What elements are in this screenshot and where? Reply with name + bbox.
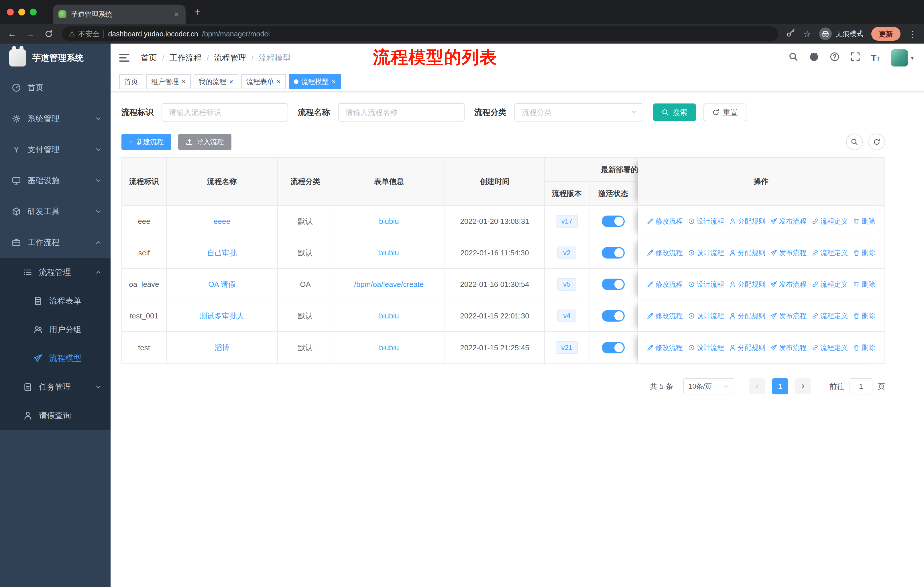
zoom-window-button[interactable] <box>30 8 37 15</box>
action-edit-process[interactable]: 修改流程 <box>647 217 683 226</box>
breadcrumb-process-manage[interactable]: 流程管理 <box>214 53 246 63</box>
form-info-link[interactable]: biubiu <box>379 248 399 257</box>
form-info-link[interactable]: biubiu <box>379 217 399 226</box>
process-name-link[interactable]: 测试多审批人 <box>200 312 244 320</box>
active-toggle[interactable] <box>602 215 625 227</box>
active-toggle[interactable] <box>602 342 625 354</box>
bookmark-star-icon[interactable]: ☆ <box>804 29 811 39</box>
action-edit-process[interactable]: 修改流程 <box>647 248 683 257</box>
sidebar-item-leave-query[interactable]: 请假查询 <box>0 401 111 430</box>
prev-page-button[interactable] <box>749 378 765 394</box>
url-bar[interactable]: ⚠ 不安全 dashboard.yudao.iocoder.cn/bpm/man… <box>62 26 778 41</box>
password-key-icon[interactable] <box>786 28 795 40</box>
close-icon[interactable]: × <box>229 78 233 85</box>
process-name-link[interactable]: OA 请假 <box>208 280 236 289</box>
sidebar-item-payment[interactable]: ¥ 支付管理 <box>0 134 111 165</box>
sidebar-item-system[interactable]: 系统管理 <box>0 103 111 134</box>
active-toggle[interactable] <box>602 310 625 322</box>
action-publish-process[interactable]: 发布流程 <box>771 311 807 321</box>
close-icon[interactable]: × <box>277 78 281 85</box>
user-menu[interactable]: ▾ <box>891 49 914 66</box>
reload-button[interactable] <box>43 30 54 38</box>
action-design-process[interactable]: 设计流程 <box>688 248 724 257</box>
help-icon[interactable] <box>830 52 840 64</box>
action-process-definition[interactable]: 流程定义 <box>812 311 848 321</box>
goto-page-input[interactable] <box>850 378 873 394</box>
sidebar-item-task-manage[interactable]: 任务管理 <box>0 373 111 401</box>
breadcrumb-home[interactable]: 首页 <box>141 53 157 63</box>
action-assign-rule[interactable]: 分配规则 <box>729 280 765 289</box>
process-name-link[interactable]: eeee <box>214 217 230 226</box>
page-number-1[interactable]: 1 <box>772 378 788 394</box>
action-edit-process[interactable]: 修改流程 <box>647 280 683 289</box>
form-info-link[interactable]: /bpm/oa/leave/create <box>354 280 424 289</box>
sidebar-item-home[interactable]: 首页 <box>0 72 111 103</box>
search-button[interactable]: 搜索 <box>653 104 696 121</box>
action-delete[interactable]: 删除 <box>853 217 875 226</box>
update-button[interactable]: 更新 <box>871 27 901 41</box>
tag-home[interactable]: 首页 <box>119 74 143 89</box>
process-name-input[interactable] <box>338 103 465 122</box>
action-publish-process[interactable]: 发布流程 <box>771 280 807 289</box>
action-assign-rule[interactable]: 分配规则 <box>729 217 765 226</box>
sidebar-item-process-manage[interactable]: 流程管理 <box>0 258 111 287</box>
process-name-link[interactable]: 滔博 <box>214 343 229 352</box>
tag-my-process[interactable]: 我的流程 × <box>194 74 238 89</box>
sidebar-item-infrastructure[interactable]: 基础设施 <box>0 165 111 196</box>
create-process-button[interactable]: +新建流程 <box>121 134 171 150</box>
close-icon[interactable]: × <box>332 78 336 85</box>
action-delete[interactable]: 删除 <box>853 248 875 257</box>
new-tab-button[interactable]: + <box>195 6 201 18</box>
action-process-definition[interactable]: 流程定义 <box>812 248 848 257</box>
forward-button[interactable]: → <box>25 29 36 39</box>
process-id-input[interactable] <box>162 103 288 122</box>
avatar[interactable] <box>891 49 908 66</box>
action-delete[interactable]: 删除 <box>853 343 875 352</box>
sidebar-item-process-model[interactable]: 流程模型 <box>0 344 111 373</box>
action-design-process[interactable]: 设计流程 <box>688 311 724 321</box>
browser-tab[interactable]: 芋道管理系统 × <box>53 5 186 24</box>
reset-button[interactable]: 重置 <box>703 104 746 121</box>
sidebar-item-user-group[interactable]: 用户分组 <box>0 315 111 344</box>
category-select[interactable]: 流程分类 <box>515 103 643 122</box>
sidebar-collapse-icon[interactable] <box>119 54 129 62</box>
process-name-link[interactable]: 自己审批 <box>207 248 237 257</box>
refresh-table-button[interactable] <box>868 134 885 150</box>
sidebar-item-devtools[interactable]: 研发工具 <box>0 196 111 227</box>
action-assign-rule[interactable]: 分配规则 <box>729 248 765 257</box>
action-assign-rule[interactable]: 分配规则 <box>729 343 765 352</box>
action-design-process[interactable]: 设计流程 <box>688 217 724 226</box>
action-delete[interactable]: 删除 <box>853 311 875 321</box>
action-process-definition[interactable]: 流程定义 <box>812 280 848 289</box>
active-toggle[interactable] <box>602 279 625 290</box>
form-info-link[interactable]: biubiu <box>379 312 399 320</box>
next-page-button[interactable] <box>795 378 811 394</box>
font-size-icon[interactable]: TT <box>871 53 880 63</box>
tag-tenant-manage[interactable]: 租户管理 × <box>146 74 191 89</box>
fullscreen-icon[interactable] <box>850 52 860 64</box>
action-assign-rule[interactable]: 分配规则 <box>729 311 765 321</box>
action-edit-process[interactable]: 修改流程 <box>647 311 683 321</box>
back-button[interactable]: ← <box>7 29 17 39</box>
page-size-select[interactable]: 10条/页 <box>683 378 734 394</box>
action-delete[interactable]: 删除 <box>853 280 875 289</box>
action-publish-process[interactable]: 发布流程 <box>771 248 807 257</box>
breadcrumb-workflow[interactable]: 工作流程 <box>170 53 201 63</box>
action-publish-process[interactable]: 发布流程 <box>771 217 807 226</box>
action-edit-process[interactable]: 修改流程 <box>647 343 683 352</box>
form-info-link[interactable]: biubiu <box>379 343 399 352</box>
sidebar-item-workflow[interactable]: 工作流程 <box>0 227 111 258</box>
active-toggle[interactable] <box>602 247 625 258</box>
toggle-search-button[interactable] <box>846 134 863 150</box>
action-publish-process[interactable]: 发布流程 <box>771 343 807 352</box>
action-design-process[interactable]: 设计流程 <box>688 343 724 352</box>
github-icon[interactable] <box>809 52 819 64</box>
action-process-definition[interactable]: 流程定义 <box>812 343 848 352</box>
close-icon[interactable]: × <box>182 78 186 85</box>
action-design-process[interactable]: 设计流程 <box>688 280 724 289</box>
tab-close-icon[interactable]: × <box>173 10 180 19</box>
browser-menu-icon[interactable]: ⋮ <box>909 29 917 39</box>
sidebar-item-process-form[interactable]: 流程表单 <box>0 287 111 315</box>
tag-process-model[interactable]: 流程模型 × <box>289 74 341 89</box>
import-process-button[interactable]: 导入流程 <box>178 134 231 150</box>
